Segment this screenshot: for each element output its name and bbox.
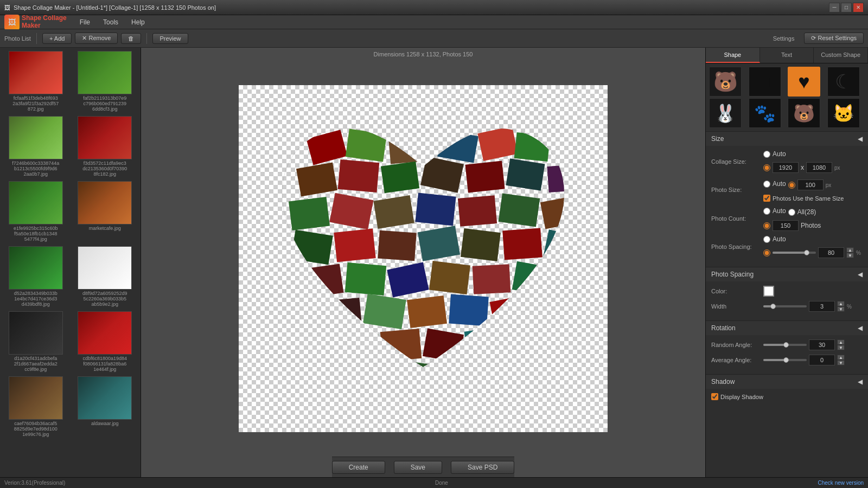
svg-rect-3 (437, 130, 478, 163)
photo-count-all-radio[interactable] (788, 209, 795, 216)
shape-paw[interactable]: 🐾 (749, 98, 781, 128)
svg-rect-34 (363, 294, 406, 330)
spacing-slider-thumb[interactable] (804, 250, 809, 255)
done-label: Done (435, 480, 448, 486)
shape-bear2[interactable]: 🐻 (788, 98, 820, 128)
svg-rect-8 (381, 162, 419, 194)
photo-filename: e1fe9925bc315c60bf5a50e18fb1cb13485477f4… (14, 226, 58, 242)
border-width-input[interactable] (809, 301, 835, 312)
border-width-up[interactable]: ▲ (837, 301, 845, 306)
close-button[interactable]: ✕ (853, 3, 864, 12)
minimize-button[interactable]: ─ (829, 3, 840, 12)
shape-square[interactable]: ■ (749, 67, 781, 97)
list-item[interactable]: d52a2834349b033b1e4bc7d417ce36d3d439bdf8… (2, 245, 69, 308)
create-button[interactable]: Create (332, 461, 385, 474)
spacing-up[interactable]: ▲ (846, 247, 854, 253)
spacing-auto-radio[interactable] (763, 236, 770, 243)
svg-rect-39 (380, 329, 422, 362)
photo-size-input[interactable] (797, 179, 824, 190)
collage-width-input[interactable] (773, 162, 799, 173)
photo-count-auto-label: Auto (773, 207, 786, 215)
random-angle-thumb[interactable] (783, 342, 789, 348)
photos-same-size-checkbox[interactable] (763, 195, 770, 202)
spacing-slider[interactable] (773, 252, 816, 254)
list-item[interactable]: f3d3572c11dfa9ec3dc2135360d0f703908fc182… (72, 115, 139, 178)
menu-file[interactable]: File (74, 17, 95, 28)
list-item[interactable]: cdbf6c81800a19d84f08066131fa828ba61e464f… (72, 310, 139, 373)
display-shadow-checkbox[interactable] (711, 393, 718, 400)
border-width-thumb[interactable] (770, 304, 776, 309)
average-angle-down[interactable]: ▼ (837, 360, 845, 365)
list-item[interactable]: fcfaaf51f3deb48f6932a3fa9f21f3a292df5787… (2, 50, 69, 113)
average-angle-thumb[interactable] (783, 357, 789, 363)
maximize-button[interactable]: □ (841, 3, 852, 12)
spacing-custom-radio[interactable] (763, 249, 770, 256)
photo-size-auto-radio[interactable] (763, 181, 770, 188)
photo-size-custom-radio[interactable] (788, 182, 795, 189)
tab-shape[interactable]: Shape (706, 48, 760, 63)
shadow-section-header[interactable]: Shadow ◀ (706, 375, 868, 389)
save-button[interactable]: Save (394, 461, 442, 474)
shape-cat[interactable]: 🐱 (827, 98, 860, 128)
random-angle-slider[interactable] (763, 344, 807, 346)
collage-size-px: px (834, 165, 840, 171)
svg-rect-44 (440, 361, 480, 395)
border-color-control (763, 286, 774, 297)
shape-crescent[interactable]: ☾ (827, 67, 860, 97)
size-section-header[interactable]: Size ◀ (706, 132, 868, 146)
photo-count-input[interactable] (773, 220, 799, 231)
list-item[interactable]: d8f9d72a6059252d95c2260a369b033b5ab5b9e2… (72, 245, 139, 308)
photo-list-scroll[interactable]: fcfaaf51f3deb48f6932a3fa9f21f3a292df5787… (0, 48, 141, 477)
menu-help[interactable]: Help (126, 17, 150, 28)
list-item[interactable]: d1a20cf431adcbefa2f1d667aeaf2edda2cc9f8e… (2, 310, 69, 373)
shape-rabbit[interactable]: 🐰 (709, 98, 742, 128)
random-angle-up[interactable]: ▲ (837, 339, 845, 345)
rotation-section-header[interactable]: Rotation ◀ (706, 321, 868, 335)
remove-button[interactable]: ✕ Remove (75, 33, 118, 44)
add-button[interactable]: + Add (42, 33, 72, 44)
photo-count-all-label: All(28) (797, 208, 816, 216)
save-psd-button[interactable]: Save PSD (451, 461, 514, 474)
reset-settings-button[interactable]: ⟳ Reset Settings (804, 33, 864, 44)
photo-count-custom-radio[interactable] (763, 222, 770, 229)
random-angle-input[interactable] (809, 339, 835, 350)
shape-bear[interactable]: 🐻 (709, 67, 742, 97)
spacing-value-input[interactable] (818, 247, 844, 258)
right-panel: Shape Text Custom Shape 🐻 ■ ♥ ☾ 🐰 🐾 (705, 48, 868, 477)
random-angle-down[interactable]: ▼ (837, 345, 845, 350)
main-area: fcfaaf51f3deb48f6932a3fa9f21f3a292df5787… (0, 48, 868, 477)
border-width-label: Width (711, 303, 760, 310)
color-swatch[interactable] (763, 286, 774, 297)
photo-count-all-row: All(28) (788, 208, 816, 216)
collage-size-custom-radio[interactable] (763, 164, 770, 171)
photo-count-auto-radio[interactable] (763, 208, 770, 215)
tab-custom-shape[interactable]: Custom Shape (814, 48, 868, 63)
svg-rect-28 (345, 262, 387, 296)
list-item[interactable]: f7246b600c3338744ab1213c5500fd9f9d62aa0b… (2, 115, 69, 178)
shape-heart[interactable]: ♥ (788, 67, 820, 97)
list-item[interactable]: aldawaar.jpg (72, 375, 139, 438)
collage-height-input[interactable] (806, 162, 832, 173)
square-icon: ■ (759, 70, 771, 93)
photo-spacing-section-header[interactable]: Photo Spacing ◀ (706, 267, 868, 281)
collage-size-auto-radio[interactable] (763, 151, 770, 158)
trash-button[interactable]: 🗑 (121, 33, 141, 44)
svg-rect-36 (449, 294, 489, 326)
list-item[interactable]: marketcafe.jpg (72, 180, 139, 243)
photo-spacing-control: Auto ▲ ▼ (763, 235, 863, 258)
check-version-label[interactable]: Check new version (818, 480, 864, 486)
list-item[interactable]: caef76094b36acaf58825d9e7ed98d1001e99c76… (2, 375, 69, 438)
spacing-down[interactable]: ▼ (846, 253, 854, 258)
border-width-down[interactable]: ▼ (837, 306, 845, 312)
menu-tools[interactable]: Tools (98, 17, 124, 28)
average-angle-up[interactable]: ▲ (837, 355, 845, 360)
tab-text[interactable]: Text (760, 48, 814, 63)
preview-button[interactable]: Preview (152, 33, 188, 44)
svg-rect-27 (302, 264, 344, 298)
canvas-dimensions: Dimensions 1258 x 1132, Photos 150 (374, 48, 473, 61)
border-width-slider[interactable] (763, 305, 807, 307)
average-angle-slider[interactable] (763, 359, 807, 361)
average-angle-input[interactable] (809, 355, 835, 365)
list-item[interactable]: faf2b2119313b07e9c796b060ed7912396dd8cf3… (72, 50, 139, 113)
list-item[interactable]: e1fe9925bc315c60bf5a50e18fb1cb13485477f4… (2, 180, 69, 243)
